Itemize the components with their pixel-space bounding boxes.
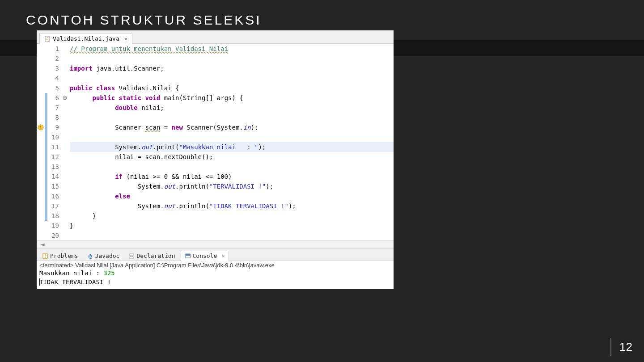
console-output[interactable]: Masukkan nilai : 325 TIDAK TERVALIDASI ! bbox=[39, 269, 391, 286]
fold-toggle-icon[interactable] bbox=[62, 93, 68, 103]
tab-problems-label: Problems bbox=[50, 253, 78, 259]
close-icon[interactable]: ✕ bbox=[221, 253, 225, 259]
editor-tab-bar: J Validasi.Nilai.java ✕ bbox=[37, 30, 394, 44]
console-user-input: 325 bbox=[103, 269, 114, 277]
svg-text:!: ! bbox=[44, 254, 47, 259]
marker-column: ! bbox=[37, 44, 45, 240]
svg-text:!: ! bbox=[39, 125, 42, 130]
tab-javadoc-label: Javadoc bbox=[95, 253, 120, 259]
tab-declaration[interactable]: Declaration bbox=[125, 251, 178, 261]
javadoc-icon: @ bbox=[87, 253, 93, 259]
console-result: TIDAK TERVALIDASI ! bbox=[39, 278, 111, 286]
editor-tab-validasi[interactable]: J Validasi.Nilai.java ✕ bbox=[39, 33, 132, 44]
warning-marker-icon[interactable]: ! bbox=[37, 122, 45, 132]
tab-declaration-label: Declaration bbox=[136, 253, 175, 259]
line-number-column: 1234567891011121314151617181920 bbox=[47, 44, 62, 240]
svg-rect-12 bbox=[186, 254, 190, 256]
problems-icon: ! bbox=[42, 253, 48, 259]
ide-window: J Validasi.Nilai.java ✕ ! 12345678910111… bbox=[37, 30, 394, 289]
tab-javadoc[interactable]: @ Javadoc bbox=[84, 251, 123, 261]
java-file-icon: J bbox=[44, 36, 51, 42]
svg-text:J: J bbox=[47, 37, 49, 41]
console-panel: <terminated> Validasi.Nilai [Java Applic… bbox=[37, 261, 394, 289]
console-icon bbox=[185, 253, 191, 259]
console-prompt: Masukkan nilai : bbox=[39, 269, 103, 277]
tab-problems[interactable]: ! Problems bbox=[38, 251, 82, 261]
code-content[interactable]: // Program untuk menentukan Validasi Nil… bbox=[68, 44, 394, 240]
svg-rect-8 bbox=[129, 254, 134, 258]
slide-page-number: 12 bbox=[610, 338, 632, 356]
fold-column bbox=[62, 44, 68, 240]
code-editor[interactable]: ! 1234567891011121314151617181920 // Pro… bbox=[37, 44, 394, 240]
slide-title: CONTOH STRUKTUR SELEKSI bbox=[26, 13, 262, 28]
horizontal-scrollbar[interactable]: ◄ bbox=[37, 240, 394, 248]
console-launch-info: <terminated> Validasi.Nilai [Java Applic… bbox=[39, 262, 391, 269]
declaration-icon bbox=[128, 253, 135, 259]
tab-console-label: Console bbox=[193, 253, 217, 259]
bottom-view-tabs: ! Problems @ Javadoc Declaration Console… bbox=[37, 248, 394, 261]
close-icon[interactable]: ✕ bbox=[124, 36, 127, 42]
editor-tab-label: Validasi.Nilai.java bbox=[53, 35, 119, 42]
tab-console[interactable]: Console ✕ bbox=[181, 251, 229, 261]
